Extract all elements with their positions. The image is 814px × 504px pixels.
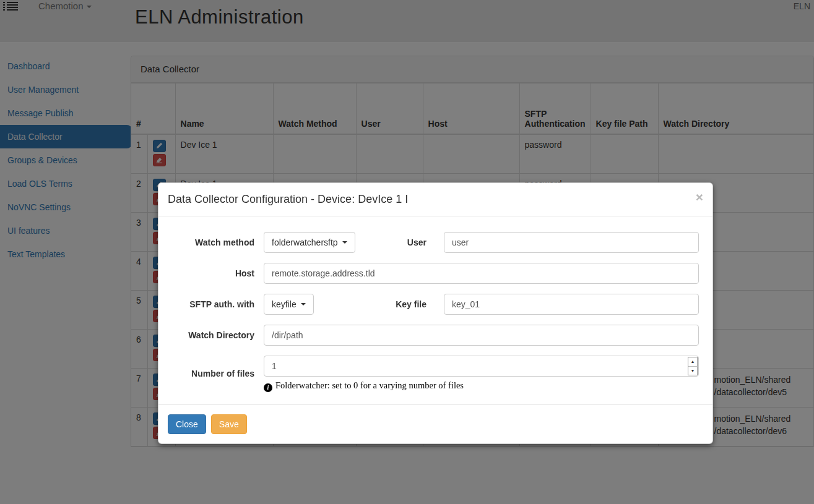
modal-title: Data Collector Configuration - Device: D… — [168, 193, 703, 206]
close-icon[interactable]: × — [696, 190, 703, 203]
watch-directory-input[interactable] — [264, 325, 699, 346]
sftp-auth-value: keyfile — [272, 299, 297, 309]
watch-method-value: folderwatchersftp — [272, 237, 338, 247]
number-of-files-label: Number of files — [168, 369, 254, 378]
user-label: User — [355, 237, 444, 247]
folderwatcher-hint: iFolderwatcher: set to 0 for a varying n… — [264, 380, 699, 392]
hint-text: Folderwatcher: set to 0 for a varying nu… — [275, 380, 464, 390]
watch-method-dropdown[interactable]: folderwatchersftp — [264, 232, 355, 253]
stepper-up-icon[interactable]: ▲ — [688, 357, 697, 367]
info-icon: i — [264, 383, 272, 392]
host-label: Host — [168, 268, 254, 278]
save-button[interactable]: Save — [211, 414, 247, 434]
sftp-auth-dropdown[interactable]: keyfile — [264, 294, 314, 315]
key-file-label: Key file — [314, 299, 444, 309]
sftp-auth-label: SFTP auth. with — [168, 299, 254, 309]
close-button[interactable]: Close — [168, 414, 206, 434]
stepper-down-icon[interactable]: ▼ — [688, 367, 697, 375]
modal-header: Data Collector Configuration - Device: D… — [158, 183, 712, 216]
watch-method-label: Watch method — [168, 237, 254, 247]
chevron-down-icon — [301, 303, 306, 305]
watch-directory-label: Watch Directory — [168, 330, 254, 340]
chevron-down-icon — [342, 241, 347, 244]
host-input[interactable] — [264, 263, 699, 284]
user-input[interactable] — [444, 232, 699, 253]
data-collector-config-modal: Data Collector Configuration - Device: D… — [158, 182, 713, 444]
number-stepper[interactable]: ▲ ▼ — [688, 357, 698, 375]
number-of-files-input[interactable] — [264, 356, 699, 377]
modal-body: Watch method folderwatchersftp User Host… — [158, 216, 712, 404]
modal-footer: Close Save — [158, 404, 712, 443]
key-file-input[interactable] — [444, 294, 699, 315]
